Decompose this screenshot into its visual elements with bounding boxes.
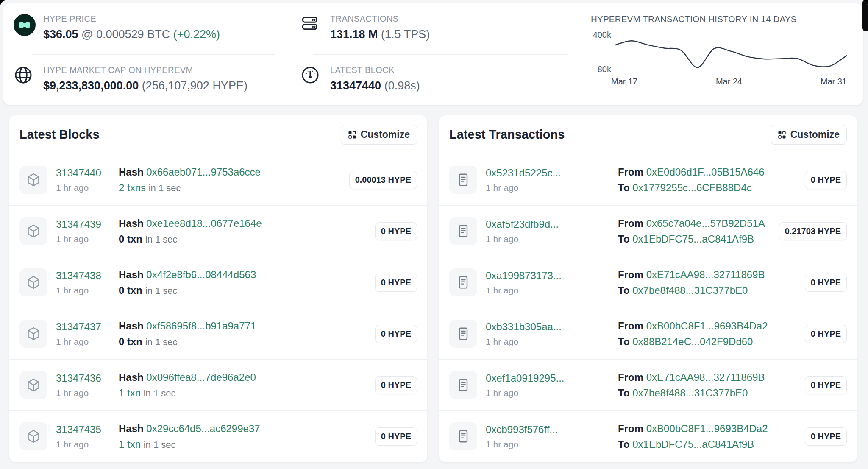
block-hash-link[interactable]: 0x4f2e8fb6...08444d563 xyxy=(146,269,256,280)
tx-hash-link[interactable]: 0xef1a0919295... xyxy=(486,372,609,384)
to-label: To xyxy=(618,387,630,399)
block-age: 1 hr ago xyxy=(56,285,119,296)
tx-from-link[interactable]: 0xE0d06d1F...05B15A646 xyxy=(646,166,765,178)
block-hash-link[interactable]: 0x29cc64d5...ac6299e37 xyxy=(146,423,260,434)
tx-from-link[interactable]: 0xB00bC8F1...9693B4Da2 xyxy=(646,423,768,434)
stat-label: LATEST BLOCK xyxy=(330,65,420,75)
tx-age: 1 hr ago xyxy=(486,183,618,193)
to-label: To xyxy=(618,182,630,193)
document-icon xyxy=(449,371,477,399)
cube-icon xyxy=(19,166,47,194)
block-hash-link[interactable]: 0x66aeb071...9753a6cce xyxy=(146,166,261,178)
document-icon xyxy=(449,422,477,450)
block-age: 1 hr ago xyxy=(56,234,119,244)
block-hash-link[interactable]: 0xe1ee8d18...0677e164e xyxy=(146,218,262,229)
globe-icon xyxy=(14,65,36,85)
block-hash-link[interactable]: 0x096ffea8...7de96a2e0 xyxy=(146,371,256,383)
to-label: To xyxy=(618,336,630,347)
grid-icon xyxy=(348,131,356,139)
transaction-row: 0xef1a0919295... 1 hr ago From 0xE71cAA9… xyxy=(439,360,857,411)
block-txn-count[interactable]: 2 txns xyxy=(119,182,146,193)
stat-label: HYPE PRICE xyxy=(43,14,220,24)
tx-age: 1 hr ago xyxy=(486,337,618,347)
tx-hash-link[interactable]: 0xcb993f576ff... xyxy=(486,424,609,436)
customize-button[interactable]: Customize xyxy=(771,125,847,145)
tx-hash-link[interactable]: 0xa199873173... xyxy=(486,270,609,282)
block-number-link[interactable]: 31347437 xyxy=(56,321,119,333)
tx-value-badge: 0.21703 HYPE xyxy=(779,222,847,240)
tx-hash-link[interactable]: 0x5231d5225c... xyxy=(486,167,609,179)
tx-from-link[interactable]: 0x65c7a04e...57B92D51A xyxy=(646,218,765,229)
tx-age: 1 hr ago xyxy=(486,388,618,398)
stat-latest-block: LATEST BLOCK 31347440 (0.98s) xyxy=(284,55,576,106)
block-txn-count[interactable]: 0 txn xyxy=(119,233,142,245)
stat-value: 31347440 (0.98s) xyxy=(330,79,420,92)
stat-value: $9,233,830,000.00 (256,107,902 HYPE) xyxy=(43,79,248,92)
block-txn-count[interactable]: 0 txn xyxy=(119,285,142,296)
tx-age: 1 hr ago xyxy=(486,234,618,244)
tx-value-badge: 0 HYPE xyxy=(805,427,847,446)
block-number-link[interactable]: 31347439 xyxy=(56,218,119,230)
block-number-link[interactable]: 31347436 xyxy=(56,372,119,384)
block-reward-badge: 0 HYPE xyxy=(375,222,417,240)
scrollbar-thumb[interactable] xyxy=(862,0,868,31)
tx-hash-link[interactable]: 0xb331b305aa... xyxy=(486,321,609,333)
block-txn-count[interactable]: 0 txn xyxy=(119,336,142,347)
latest-blocks-card: Latest Blocks Customize 31347440 1 hr xyxy=(9,115,427,462)
hash-label: Hash xyxy=(119,423,144,434)
blocks-list: 31347440 1 hr ago Hash 0x66aeb071...9753… xyxy=(9,154,427,462)
to-label: To xyxy=(618,438,630,450)
block-txn-count[interactable]: 1 txn xyxy=(119,438,141,450)
tx-from-link[interactable]: 0xE71cAA98...32711869B xyxy=(646,269,765,280)
block-hash-link[interactable]: 0xf58695f8...b91a9a771 xyxy=(146,320,256,332)
tx-to-link[interactable]: 0x1EbDFC75...aC841Af9B xyxy=(632,438,754,450)
stats-column-network: TRANSACTIONS 131.18 M (1.5 TPS) LATEST B… xyxy=(284,3,576,105)
stat-value: $36.05 @ 0.000529 BTC (+0.22%) xyxy=(43,28,220,41)
block-age: 1 hr ago xyxy=(56,337,119,347)
block-number-link[interactable]: 31347438 xyxy=(56,270,119,282)
block-row: 31347438 1 hr ago Hash 0x4f2e8fb6...0844… xyxy=(9,257,427,308)
tx-value-badge: 0 HYPE xyxy=(805,171,847,189)
transaction-row: 0xa199873173... 1 hr ago From 0xE71cAA98… xyxy=(439,257,857,308)
y-tick-max: 400k xyxy=(591,30,611,40)
block-txn-count[interactable]: 1 txn xyxy=(119,387,141,399)
block-duration: in 1 sec xyxy=(144,439,176,450)
block-number-link[interactable]: 31347440 xyxy=(56,167,119,179)
chart-line xyxy=(615,30,847,74)
block-age: 1 hr ago xyxy=(56,183,119,193)
stat-hype-price: HYPE PRICE $36.05 @ 0.000529 BTC (+0.22%… xyxy=(3,3,284,54)
tx-from-link[interactable]: 0xE71cAA98...32711869B xyxy=(646,371,765,383)
block-reward-badge: 0 HYPE xyxy=(375,376,417,394)
stat-transactions: TRANSACTIONS 131.18 M (1.5 TPS) xyxy=(284,3,576,54)
stat-label: TRANSACTIONS xyxy=(330,14,430,24)
tx-value-badge: 0 HYPE xyxy=(805,376,847,394)
cube-icon xyxy=(19,320,47,348)
tx-to-link[interactable]: 0x1779255c...6CFB88D4c xyxy=(632,182,752,193)
block-duration: in 1 sec xyxy=(145,337,178,347)
customize-button[interactable]: Customize xyxy=(341,125,417,145)
transaction-row: 0xcb993f576ff... 1 hr ago From 0xB00bC8F… xyxy=(439,411,857,462)
block-row: 31347437 1 hr ago Hash 0xf58695f8...b91a… xyxy=(9,308,427,360)
tx-to-link[interactable]: 0x7be8f488...31C377bE0 xyxy=(632,387,748,399)
transactions-list: 0x5231d5225c... 1 hr ago From 0xE0d06d1F… xyxy=(439,154,857,462)
block-number-link[interactable]: 31347435 xyxy=(56,424,119,436)
document-icon xyxy=(449,217,477,245)
to-label: To xyxy=(618,285,630,296)
block-duration: in 1 sec xyxy=(145,234,178,245)
tx-from-link[interactable]: 0xB00bC8F1...9693B4Da2 xyxy=(646,320,768,332)
tx-to-link[interactable]: 0x1EbDFC75...aC841Af9B xyxy=(632,233,754,245)
block-row: 31347440 1 hr ago Hash 0x66aeb071...9753… xyxy=(9,154,427,206)
tx-hash-link[interactable]: 0xaf5f23dfb9d... xyxy=(486,218,609,230)
transaction-row: 0xaf5f23dfb9d... 1 hr ago From 0x65c7a04… xyxy=(439,206,857,257)
block-reward-badge: 0.00013 HYPE xyxy=(349,171,417,189)
tx-to-link[interactable]: 0x88B214eC...042F9Dd60 xyxy=(632,336,753,347)
tx-history-chart: HYPEREVM TRANSACTION HISTORY IN 14 DAYS … xyxy=(576,3,863,105)
explorer-page: HYPE PRICE $36.05 @ 0.000529 BTC (+0.22%… xyxy=(0,0,868,469)
from-label: From xyxy=(618,320,643,332)
tx-value-badge: 0 HYPE xyxy=(805,325,847,343)
latest-blocks-header: Latest Blocks Customize xyxy=(19,115,417,154)
tx-to-link[interactable]: 0x7be8f488...31C377bE0 xyxy=(632,285,748,296)
block-reward-badge: 0 HYPE xyxy=(375,325,417,343)
hash-label: Hash xyxy=(119,320,144,332)
hash-label: Hash xyxy=(119,218,144,229)
